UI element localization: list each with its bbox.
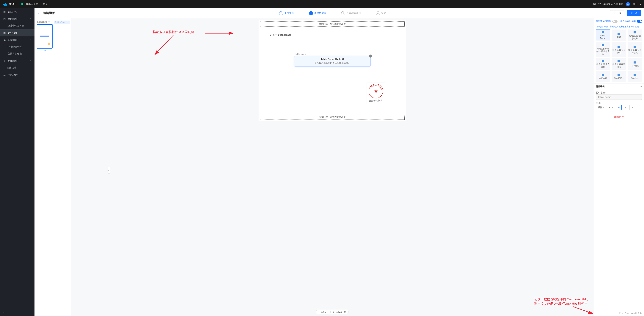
field-icon [602,60,604,62]
field-icon [602,74,604,76]
help-icon[interactable]: ⓘ [593,3,596,6]
field-contract-amount[interactable]: 合同金额 [596,71,610,82]
nav-enterprise-center[interactable]: ▦企业中心 [0,8,34,15]
page-title: 编辑模板 [43,11,55,15]
user-name[interactable]: 张三 [633,3,638,6]
nav-enterprise-template[interactable]: ▥企业模板 [0,29,34,36]
layer-item[interactable]: Table-Demo [54,21,70,24]
annotation-1: 拖动数据表格控件至合同页面 [153,30,194,34]
nav-my-seal[interactable]: 我持有的印章 [0,50,34,57]
sidebar-collapse[interactable]: ⇤ [0,309,34,316]
seal-widget[interactable]: ★ 渠道接入子客0001 yyyy年m月d日 [366,83,385,103]
field-party-b-legal[interactable]: 乙方法人 [628,71,642,82]
table-widget[interactable]: Table-Demo ✕ Table-Demo展示区域 自动传入表头和内容生成数… [294,56,371,67]
users-icon: ☺ [3,60,6,62]
field-icon [634,31,636,34]
field-icon [618,74,620,76]
right-panel: 智能添加填写区 本企业自动签署 填写区-来源「渠道客户对接专用应用号」数据 ⌄ … [594,18,644,316]
chevron-icon: ⤢ [640,85,642,88]
component-id-row: ID：ComponentId_1 ⧉ [594,310,644,316]
nav-enterprise-seal[interactable]: 企业印章管理 [0,44,34,50]
layer-item[interactable]: 印章 [31,0,50,6]
steps: ✓上传文件 2添加签署区 3设置签署流程 4完成 [57,11,608,15]
tencent-cloud-logo [3,3,7,6]
field-tax-id[interactable]: 账无忧-纳税识别号 [612,58,626,70]
field-order-detail[interactable]: 订单明细 [628,58,642,70]
field-time[interactable]: 时间 [612,30,626,41]
field-amount-cn[interactable]: 账无忧代账服务-合同金额大写 [596,42,610,57]
field-icon [634,74,636,76]
org-name[interactable]: 渠道接入子客0001 [603,3,623,6]
zoom-in-icon[interactable]: ⊕ [344,310,346,313]
font-label: 字体 [596,102,600,104]
zoom-level: 100% [336,310,342,313]
copy-icon[interactable]: ⧉ [640,312,642,314]
widget-title: Table-Demo展示区域 [294,56,370,61]
next-button[interactable]: 下一步 [627,10,641,16]
annotation-2: 记录下数据表格控件的 ComponentId， 调用 CreateFlowsBy… [534,297,589,306]
auto-sign-label: 本企业自动签署 [620,20,636,23]
chevron-down-icon[interactable]: ▾ [640,3,641,5]
field-icon [618,60,620,62]
smart-fill-toggle[interactable] [612,20,618,23]
field-contact-phone[interactable]: 账无忧-联系人手机号 [628,42,642,57]
field-icon [634,61,636,64]
seal-icon: ◉ [3,39,6,42]
field-table-demo[interactable]: Table-Demo [596,30,610,41]
delete-button[interactable]: 删除组件 [611,114,627,120]
zoom-out-icon[interactable]: ⊖ [333,310,334,313]
nav-org-structure[interactable]: 组织架构 [0,64,34,71]
chevron-up-icon: ⌃ [30,60,32,62]
prev-page-icon[interactable]: ‹ [319,310,320,313]
prop-header[interactable]: 属性编辑 ⤢ [594,83,644,90]
field-icon [618,46,620,48]
field-contact-name[interactable]: 账无忧-联系人名称 [596,58,610,70]
check-icon: ✓ [279,11,283,15]
svg-point-0 [3,4,5,5]
field-grid: Table-Demo 时间 账无忧业务员手机号 账无忧代账服务-合同金额大写 账… [594,30,644,83]
prev-button[interactable]: 上一步 [610,10,624,16]
footer-zone[interactable]: 页脚区域，可拖拽调整高度 [260,115,404,120]
font-size-select[interactable]: 12▾ [607,105,615,110]
field-icon [618,33,620,35]
align-right-button[interactable]: ≡ [630,105,635,110]
collapse-handle[interactable]: ‹‹ [108,167,110,174]
thumbnail-panel: landscape-A4 ___ 1/1 Table-Demo 印章 [34,18,71,316]
back-arrow-icon[interactable]: ← [38,11,41,15]
document-page[interactable]: 页眉区域，可拖拽调整高度 这是一个 landscape Table-Demo ✕… [258,20,406,121]
field-icon [634,46,636,48]
smart-fill-label: 智能添加填写区 [596,20,611,23]
close-icon[interactable]: ✕ [369,55,372,58]
source-header[interactable]: 填写区-来源「渠道客户对接专用应用号」数据 ⌄ [594,25,644,30]
next-page-icon[interactable]: › [328,310,328,313]
nav-seal-mgmt[interactable]: ◉印章管理⌃ [0,36,34,44]
name-input[interactable] [596,94,642,100]
step-1[interactable]: ✓上传文件 [279,11,294,15]
nav-usage-stats[interactable]: ▭消耗统计 [0,71,34,78]
font-family-select[interactable]: 黑体▾ [596,105,606,110]
svg-line-5 [573,307,593,313]
field-phone[interactable]: 账无忧业务员手机号 [628,30,642,41]
content-header: ← 编辑模板 ✓上传文件 2添加签署区 3设置签署流程 4完成 上一步 下一步 [34,8,644,18]
chevron-up-icon: ⌃ [30,39,32,41]
widget-tag: Table-Demo [294,53,307,55]
nav-contract-folder[interactable]: 企业合同文件夹 [0,23,34,29]
field-icon [602,44,604,46]
nav-contract-mgmt[interactable]: ▤合同管理⌃ [0,15,34,23]
page-thumbnail[interactable]: ___ [37,24,52,49]
avatar[interactable] [626,2,630,6]
layer-list: Table-Demo 印章 [54,21,70,25]
align-left-button[interactable]: ≡ [616,105,622,110]
auto-sign-toggle[interactable] [637,20,642,23]
ess-logo-icon: 〓 [21,3,24,6]
step-3[interactable]: 3设置签署流程 [341,11,361,15]
nav-org-mgmt[interactable]: ☺组织管理⌃ [0,57,34,64]
widget-desc: 自动传入表头和内容生成数据表格。 [294,61,370,66]
align-center-button[interactable]: ≡ [623,105,628,110]
field-address[interactable]: 账无忧-联系人地址 [612,42,626,57]
step-4[interactable]: 4完成 [376,11,386,15]
header-zone[interactable]: 页眉区域，可拖拽调整高度 [260,22,404,27]
step-2[interactable]: 2添加签署区 [309,11,326,15]
field-party-b-contact[interactable]: 乙方联系人 [612,71,626,82]
svg-text:渠道接入子客0001: 渠道接入子客0001 [371,84,382,91]
